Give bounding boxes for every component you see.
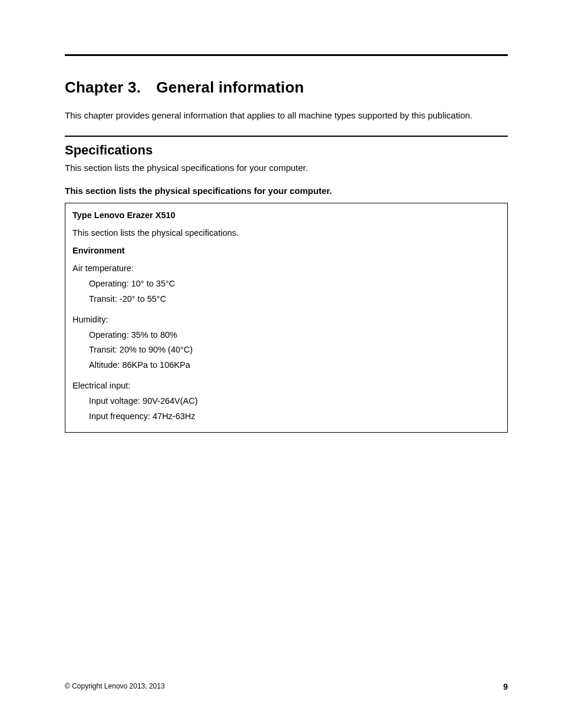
spec-item: Altitude: 86KPa to 106KPa bbox=[72, 358, 500, 373]
page: Chapter 3. General information This chap… bbox=[0, 0, 562, 728]
section-intro: This section lists the physical specific… bbox=[65, 163, 508, 173]
section-rule bbox=[65, 136, 508, 137]
spec-item: Operating: 10° to 35°C bbox=[72, 276, 500, 291]
spec-item: Transit: 20% to 90% (40°C) bbox=[72, 342, 500, 357]
chapter-intro: This chapter provides general informatio… bbox=[65, 110, 508, 121]
spec-group-humidity: Humidity: Operating: 35% to 80% Transit:… bbox=[72, 315, 500, 373]
footer-copyright: © Copyright Lenovo 2013, 2013 bbox=[65, 682, 165, 691]
spec-desc: This section lists the physical specific… bbox=[72, 228, 500, 238]
spec-item: Operating: 35% to 80% bbox=[72, 328, 500, 342]
spec-env-label: Environment bbox=[72, 246, 500, 255]
spec-item: Transit: -20° to 55°C bbox=[72, 292, 500, 307]
top-rule bbox=[65, 54, 508, 56]
spec-group-label: Electrical input: bbox=[72, 381, 500, 390]
spec-box: Type Lenovo Erazer X510 This section lis… bbox=[65, 203, 508, 433]
spec-group-electrical: Electrical input: Input voltage: 90V-264… bbox=[72, 381, 500, 424]
chapter-title: Chapter 3. General information bbox=[65, 78, 508, 97]
spec-item: Input frequency: 47Hz-63Hz bbox=[72, 409, 500, 424]
spec-group-label: Air temperature: bbox=[72, 263, 500, 273]
spec-group-label: Humidity: bbox=[72, 315, 500, 324]
subsection-title: This section lists the physical specific… bbox=[65, 186, 508, 196]
spec-group-air-temp: Air temperature: Operating: 10° to 35°C … bbox=[72, 263, 500, 307]
footer-page-number: 9 bbox=[503, 682, 508, 691]
section-title: Specifications bbox=[65, 143, 508, 158]
spec-type-label: Type Lenovo Erazer X510 bbox=[72, 210, 500, 220]
spec-item: Input voltage: 90V-264V(AC) bbox=[72, 394, 500, 409]
footer: © Copyright Lenovo 2013, 2013 9 bbox=[65, 682, 508, 691]
